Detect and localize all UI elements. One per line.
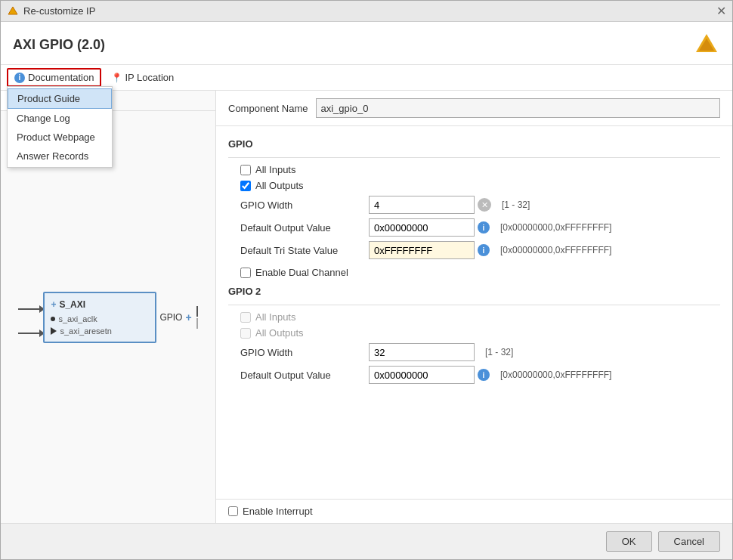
enable-interrupt-checkbox[interactable] [228, 506, 238, 516]
default-tri-input[interactable] [369, 241, 475, 259]
ip-port-aclk-label: s_axi_aclk [58, 314, 97, 323]
ip-port-aresetn-label: s_axi_aresetn [60, 326, 112, 336]
component-name-row: Component Name [216, 91, 732, 126]
dropdown-answer-records[interactable]: Answer Records [8, 147, 112, 166]
default-tri-label: Default Tri State Value [240, 245, 361, 256]
all-outputs-row: All Outputs [240, 180, 708, 191]
info-icon: i [14, 73, 25, 83]
documentation-button[interactable]: i Documentation [7, 68, 101, 87]
gpio2-all-inputs-label: All Inputs [255, 311, 295, 323]
default-output-row: Default Output Value i [0x00000000,0xFFF… [240, 218, 708, 237]
title-bar-left: Re-customize IP [7, 5, 95, 17]
gpio2-default-output-range: [0x00000000,0xFFFFFFFF] [500, 370, 611, 380]
gpio2-width-input[interactable] [369, 343, 475, 361]
title-bar-text: Re-customize IP [23, 5, 95, 17]
ip-block-header: + S_AXI [51, 299, 149, 310]
ip-port-aresetn: s_axi_aresetn [51, 326, 149, 336]
svg-marker-0 [8, 7, 17, 14]
gpio2-default-output-wrap: i [369, 366, 490, 384]
documentation-dropdown: Product Guide Change Log Product Webpage… [7, 86, 113, 168]
ip-location-button[interactable]: 📍 IP Location [104, 69, 181, 86]
footer: OK Cancel [1, 523, 732, 559]
gpio2-all-outputs-checkbox[interactable] [240, 328, 251, 339]
right-panel: Component Name GPIO All Inputs All Outpu… [216, 91, 732, 523]
gpio2-header: GPIO 2 [228, 286, 720, 297]
enable-dual-row: Enable Dual Channel [240, 267, 708, 278]
default-tri-range: [0x00000000,0xFFFFFFFF] [500, 245, 611, 255]
location-icon: 📍 [111, 73, 122, 83]
gpio2-width-wrap [369, 343, 475, 361]
default-tri-info[interactable]: i [478, 244, 490, 256]
left-panel-content: + S_AXI s_axi_aclk s_axi_aresetn [1, 111, 215, 523]
gpio2-all-outputs-label: All Outputs [255, 327, 304, 339]
port-dot-1 [51, 317, 55, 321]
gpio2-default-output-label: Default Output Value [240, 370, 361, 381]
toolbar: i Documentation 📍 IP Location Product Gu… [1, 65, 732, 91]
default-output-range: [0x00000000,0xFFFFFFFF] [500, 222, 611, 233]
ip-block-name: S_AXI [59, 299, 85, 310]
ok-button[interactable]: OK [606, 531, 652, 552]
gpio-width-label: GPIO Width [240, 200, 361, 211]
close-button[interactable]: ✕ [716, 5, 726, 17]
gpio-width-wrap: ✕ [369, 196, 491, 214]
default-tri-row: Default Tri State Value i [0x00000000,0x… [240, 241, 708, 259]
all-outputs-label: All Outputs [255, 180, 304, 191]
default-output-wrap: i [369, 218, 490, 237]
component-name-input[interactable] [316, 98, 721, 118]
gpio2-divider [228, 305, 720, 305]
app-header: AXI GPIO (2.0) [1, 22, 732, 65]
documentation-label: Documentation [28, 72, 94, 83]
enable-interrupt-label: Enable Interrupt [243, 506, 313, 517]
window: Re-customize IP ✕ AXI GPIO (2.0) i Docum… [0, 0, 733, 560]
gpio2-all-inputs-checkbox[interactable] [240, 312, 251, 323]
dropdown-product-webpage[interactable]: Product Webpage [8, 128, 112, 147]
gpio-section-header: GPIO [228, 138, 720, 150]
gpio-divider [228, 157, 720, 158]
gpio2-all-outputs-row: All Outputs [240, 327, 708, 339]
gpio2-width-row: GPIO Width [1 - 32] [240, 343, 708, 361]
gpio2-width-label: GPIO Width [240, 347, 361, 358]
config-scroll[interactable]: GPIO All Inputs All Outputs GPIO Width [216, 126, 732, 499]
gpio2-width-range: [1 - 32] [485, 347, 513, 357]
default-output-info[interactable]: i [478, 221, 490, 234]
ip-block: + S_AXI s_axi_aclk s_axi_aresetn [43, 292, 156, 343]
app-icon [7, 5, 19, 17]
gpio-width-range: [1 - 32] [502, 200, 530, 210]
title-bar: Re-customize IP ✕ [1, 1, 732, 22]
gpio2-default-output-info[interactable]: i [478, 369, 490, 381]
all-inputs-label: All Inputs [255, 164, 295, 175]
gpio-plus-btn[interactable]: + [185, 311, 191, 323]
enable-dual-label: Enable Dual Channel [255, 267, 348, 278]
all-outputs-checkbox[interactable] [240, 181, 251, 191]
gpio-width-input[interactable] [369, 196, 475, 214]
cancel-button[interactable]: Cancel [658, 531, 720, 552]
ip-location-label: IP Location [125, 72, 174, 83]
default-tri-wrap: i [369, 241, 490, 259]
gpio2-section: GPIO 2 All Inputs All Outputs GPIO Width [228, 286, 720, 384]
app-title: AXI GPIO (2.0) [13, 37, 105, 53]
ip-block-expand[interactable]: + [51, 299, 56, 310]
port-arrow [51, 327, 57, 335]
gpio-width-row: GPIO Width ✕ [1 - 32] [240, 196, 708, 214]
ip-port-aclk: s_axi_aclk [51, 314, 149, 323]
default-output-label: Default Output Value [240, 222, 361, 234]
ip-diagram: + S_AXI s_axi_aclk s_axi_aresetn [18, 292, 197, 343]
enable-dual-checkbox[interactable] [240, 268, 251, 278]
dropdown-change-log[interactable]: Change Log [8, 109, 112, 128]
component-name-label: Component Name [228, 103, 308, 114]
dropdown-product-guide[interactable]: Product Guide [8, 88, 112, 109]
default-output-input[interactable] [369, 218, 475, 237]
gpio2-default-output-row: Default Output Value i [0x00000000,0xFFF… [240, 366, 708, 384]
vivado-logo [693, 31, 720, 58]
gpio-right-label: GPIO [159, 312, 182, 323]
enable-interrupt-row: Enable Interrupt [216, 499, 732, 523]
content-area: AXI GPIO (2.0) i Documentation 📍 IP Loca… [1, 22, 732, 559]
gpio-width-clear[interactable]: ✕ [478, 198, 491, 212]
gpio2-default-output-input[interactable] [369, 366, 475, 384]
gpio2-all-inputs-row: All Inputs [240, 311, 708, 323]
all-inputs-row: All Inputs [240, 164, 708, 175]
all-inputs-checkbox[interactable] [240, 165, 251, 175]
